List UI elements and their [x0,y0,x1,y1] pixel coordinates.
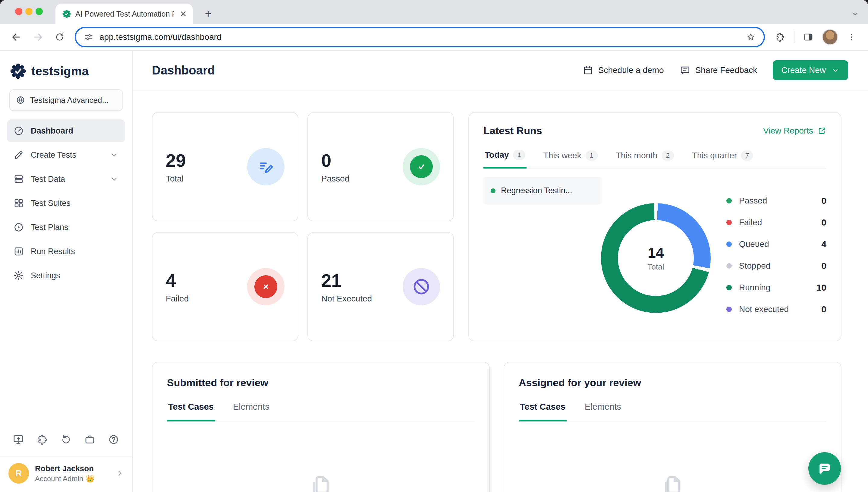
bar-chart-icon [13,246,24,257]
browser-tab[interactable]: AI Powered Test Automation P... ✕ [55,4,193,24]
sidebar-item-test-data[interactable]: Test Data [7,168,125,191]
side-panel-icon[interactable] [798,27,819,47]
legend-dot [726,263,732,269]
traffic-light-zoom[interactable] [35,8,43,15]
calendar-icon [583,65,593,76]
extensions-icon[interactable] [770,27,790,47]
tab-count-badge: 1 [586,150,598,161]
create-new-button[interactable]: Create New [773,60,848,80]
pen-icon [13,150,24,161]
chevron-right-icon [115,468,125,478]
traffic-light-minimize[interactable] [25,8,32,15]
legend-label: Stopped [739,261,821,271]
briefcase-icon [84,434,96,445]
feedback-icon [680,65,690,76]
legend-row: Running 10 [726,277,826,298]
assigned-for-review-panel: Assigned for your review Test Cases Elem… [504,362,841,492]
tab-count-badge: 2 [662,150,673,161]
legend-row: Failed 0 [726,212,826,233]
sidebar-item-test-plans[interactable]: Test Plans [7,216,125,239]
project-name: Testsigma Advanced... [30,96,108,105]
panel-title: Assigned for your review [519,377,826,389]
tab-test-cases[interactable]: Test Cases [167,402,215,421]
forward-button[interactable] [28,27,48,47]
latest-runs-title: Latest Runs [483,125,542,137]
stat-label: Failed [166,294,189,303]
gear-icon [13,270,24,281]
tab-this-week[interactable]: This week 1 [542,146,599,168]
bookmark-star-icon[interactable] [746,32,756,42]
user-profile[interactable]: R Robert Jackson Account Admin 👑 [0,456,132,492]
chat-icon [817,461,833,476]
url-bar[interactable]: app.testsigma.com/ui/dashboard [75,27,765,47]
reload-button[interactable] [49,27,70,47]
chat-fab-button[interactable] [808,452,841,485]
donut-total-label: Total [648,262,664,272]
view-reports-link[interactable]: View Reports [763,126,826,136]
donut-total-value: 14 [648,245,664,261]
sidebar-item-label: Create Tests [31,150,76,160]
stat-value: 0 [321,150,349,171]
profile-avatar[interactable] [822,29,838,45]
workspace-button[interactable] [83,432,97,447]
menu-dots-icon[interactable] [841,27,862,47]
stat-value: 21 [321,270,372,291]
tab-count-badge: 7 [741,150,753,161]
sidebar-item-settings[interactable]: Settings [7,264,125,287]
legend-row: Stopped 0 [726,255,826,277]
sidebar-item-test-suites[interactable]: Test Suites [7,192,125,215]
addons-button[interactable] [35,432,49,447]
refresh-icon [60,434,71,445]
latest-runs-panel: Latest Runs View Reports Today 1 [468,112,841,341]
project-selector[interactable]: Testsigma Advanced... [9,89,123,111]
tab-today[interactable]: Today 1 [483,146,527,169]
legend-row: Not executed 0 [726,298,826,320]
x-circle-icon [260,281,271,292]
tab-count-badge: 1 [513,150,525,160]
schedule-demo-label: Schedule a demo [598,66,664,75]
create-new-label: Create New [781,66,826,75]
help-button[interactable] [107,432,121,447]
url-text: app.testsigma.com/ui/dashboard [99,32,740,42]
monitor-icon [12,434,24,446]
documents-icon [659,473,686,492]
back-button[interactable] [6,27,27,47]
tab-search-chevron-icon[interactable] [851,10,860,18]
user-name: Robert Jackson [35,464,109,473]
sidebar-item-run-results[interactable]: Run Results [7,240,125,263]
legend-label: Not executed [739,304,821,314]
tab-this-month[interactable]: This month 2 [615,146,675,168]
sidebar-item-label: Dashboard [31,126,73,136]
site-info-icon[interactable] [84,32,94,42]
tab-elements[interactable]: Elements [232,402,271,421]
legend-row: Passed 0 [726,190,826,212]
stat-label: Total [166,174,186,183]
stat-card-passed: 0 Passed [307,112,454,221]
tab-close-icon[interactable]: ✕ [178,9,188,19]
schedule-demo-button[interactable]: Schedule a demo [583,65,664,76]
tab-test-cases[interactable]: Test Cases [519,402,567,421]
new-tab-button[interactable]: + [200,5,216,22]
legend-value: 4 [821,239,826,249]
stat-label: Not Executed [321,294,372,303]
dashboard-content: 29 Total 0 Passed [133,91,868,492]
legend-dot [726,285,732,290]
tab-this-quarter[interactable]: This quarter 7 [691,146,755,168]
sidebar-item-create-tests[interactable]: Create Tests [7,144,125,166]
share-feedback-button[interactable]: Share Feedback [680,65,757,76]
sidebar: testsigma Testsigma Advanced... Dashboar… [0,51,133,492]
legend-value: 10 [816,282,826,293]
screen-share-button[interactable] [11,432,25,447]
empty-state [519,473,826,492]
view-reports-label: View Reports [763,126,813,136]
empty-state [167,473,475,492]
legend-row: Queued 4 [726,233,826,255]
traffic-light-close[interactable] [15,8,22,15]
tab-elements[interactable]: Elements [584,402,622,421]
sync-button[interactable] [59,432,73,447]
legend-label: Passed [739,196,821,205]
run-list-item[interactable]: Regression Testin... [483,177,602,204]
legend-value: 0 [821,196,826,206]
sidebar-item-dashboard[interactable]: Dashboard [7,119,125,142]
run-name: Regression Testin... [501,186,572,195]
